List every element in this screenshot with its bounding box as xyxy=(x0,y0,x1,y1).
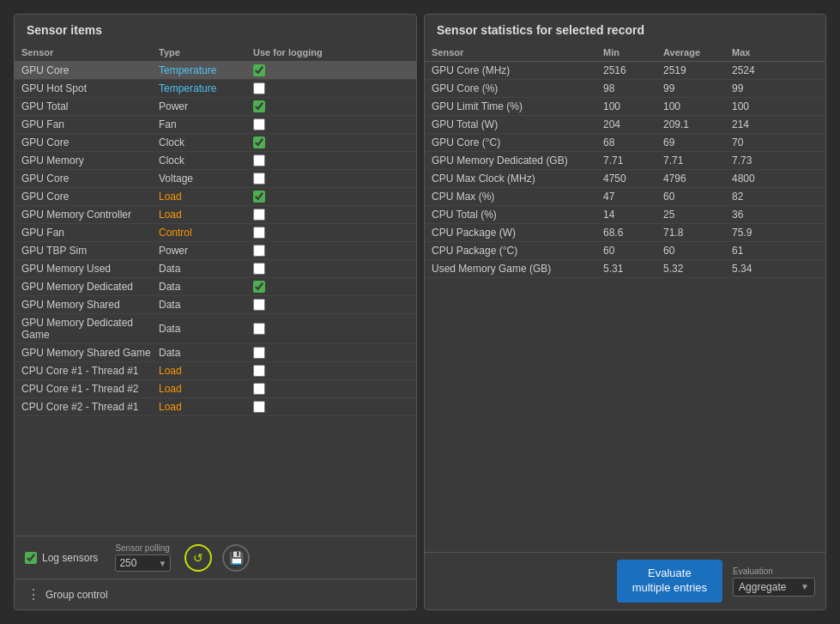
col-header-log: Use for logging xyxy=(253,47,409,58)
evaluate-button[interactable]: Evaluate multiple entries xyxy=(617,560,722,603)
polling-input[interactable] xyxy=(119,557,158,569)
stat-max: 4800 xyxy=(732,173,819,185)
sensor-list-item[interactable]: GPU Core Temperature xyxy=(15,62,416,80)
sensor-list-item[interactable]: GPU Core Clock xyxy=(15,134,416,152)
sensor-list-item[interactable]: GPU Memory Shared Data xyxy=(15,296,416,314)
stats-list-item[interactable]: CPU Max Clock (MHz) 4750 4796 4800 xyxy=(425,170,825,188)
stats-list-item[interactable]: CPU Package (W) 68.6 71.8 75.9 xyxy=(425,224,825,242)
evaluation-select[interactable]: AggregateMinMaxAverage xyxy=(739,581,801,593)
stat-avg: 99 xyxy=(663,82,732,94)
log-checkbox[interactable] xyxy=(253,263,265,275)
log-checkbox[interactable] xyxy=(253,281,265,293)
sensor-list-item[interactable]: CPU Core #2 - Thread #1 Load xyxy=(15,398,416,416)
sensor-name: CPU Core #2 - Thread #1 xyxy=(21,401,159,413)
log-checkbox[interactable] xyxy=(253,401,265,413)
log-checkbox[interactable] xyxy=(253,154,265,167)
log-checkbox[interactable] xyxy=(253,191,265,203)
log-checkbox[interactable] xyxy=(253,245,265,257)
stat-min: 60 xyxy=(603,245,663,257)
sensor-list-item[interactable]: GPU Hot Spot Temperature xyxy=(15,80,416,98)
col-header-sensor: Sensor xyxy=(21,47,159,58)
stat-sensor-name: GPU Memory Dedicated (GB) xyxy=(432,154,603,167)
sensor-log-check xyxy=(253,401,409,413)
stats-list-scroll[interactable]: GPU Core (MHz) 2516 2519 2524 GPU Core (… xyxy=(425,62,825,552)
stat-min: 98 xyxy=(603,82,663,94)
stat-sensor-name: CPU Package (°C) xyxy=(432,245,603,257)
log-checkbox[interactable] xyxy=(253,227,265,239)
log-sensors-label[interactable]: Log sensors xyxy=(25,552,98,564)
sensor-list-item[interactable]: GPU Memory Controller Load xyxy=(15,206,416,224)
sensor-list-scroll[interactable]: GPU Core Temperature GPU Hot Spot Temper… xyxy=(15,62,416,536)
stat-min: 14 xyxy=(603,209,663,221)
sensor-list-item[interactable]: GPU Memory Shared Game Data xyxy=(15,344,416,362)
stat-max: 214 xyxy=(732,118,819,130)
stats-list-item[interactable]: GPU Total (W) 204 209.1 214 xyxy=(425,116,825,134)
sensor-list-item[interactable]: GPU Memory Dedicated Game Data xyxy=(15,314,416,344)
stats-list-item[interactable]: GPU Core (°C) 68 69 70 xyxy=(425,134,825,152)
stats-list-item[interactable]: GPU Limit Time (%) 100 100 100 xyxy=(425,98,825,116)
stat-avg: 5.32 xyxy=(663,263,732,275)
sensor-type: Load xyxy=(159,401,253,413)
log-checkbox[interactable] xyxy=(253,323,265,335)
stat-min: 2516 xyxy=(603,64,663,76)
sensor-list-item[interactable]: GPU Fan Control xyxy=(15,224,416,242)
log-checkbox[interactable] xyxy=(253,100,265,112)
sensor-list-item[interactable]: CPU Core #1 - Thread #1 Load xyxy=(15,362,416,380)
sensor-log-check xyxy=(253,347,409,359)
log-checkbox[interactable] xyxy=(253,365,265,377)
stat-max: 70 xyxy=(732,136,819,148)
polling-input-wrap: ▼ xyxy=(115,554,171,572)
log-checkbox[interactable] xyxy=(253,209,265,221)
log-checkbox[interactable] xyxy=(253,347,265,359)
sensor-log-check xyxy=(253,136,409,148)
sensor-type: Data xyxy=(159,263,253,275)
stat-max: 99 xyxy=(732,82,819,94)
sensor-type: Fan xyxy=(159,118,253,130)
log-checkbox[interactable] xyxy=(253,173,265,185)
stats-list-item[interactable]: GPU Core (%) 98 99 99 xyxy=(425,80,825,98)
stat-min: 204 xyxy=(603,118,663,130)
sensor-list-item[interactable]: GPU Total Power xyxy=(15,98,416,116)
sensor-name: CPU Core #1 - Thread #2 xyxy=(21,383,159,395)
stats-list-item[interactable]: GPU Core (MHz) 2516 2519 2524 xyxy=(425,62,825,80)
sensor-name: GPU Core xyxy=(21,64,159,76)
sensor-list-item[interactable]: GPU Core Voltage xyxy=(15,170,416,188)
sensor-log-check xyxy=(253,191,409,203)
stats-list-item[interactable]: GPU Memory Dedicated (GB) 7.71 7.71 7.73 xyxy=(425,152,825,170)
polling-dropdown-arrow[interactable]: ▼ xyxy=(158,559,166,568)
stat-min: 4750 xyxy=(603,173,663,185)
log-checkbox[interactable] xyxy=(253,136,265,148)
stats-list-item[interactable]: CPU Package (°C) 60 60 61 xyxy=(425,242,825,260)
stat-avg: 71.8 xyxy=(663,227,732,239)
sensor-name: GPU Total xyxy=(21,100,159,112)
stats-list-item[interactable]: Used Memory Game (GB) 5.31 5.32 5.34 xyxy=(425,260,825,278)
right-panel-title: Sensor statistics for selected record xyxy=(425,15,825,44)
sensor-list-item[interactable]: GPU Core Load xyxy=(15,188,416,206)
stat-min: 7.71 xyxy=(603,154,663,167)
sensor-list-item[interactable]: GPU Fan Fan xyxy=(15,116,416,134)
sensor-list-item[interactable]: GPU Memory Dedicated Data xyxy=(15,278,416,296)
right-col-header-sensor: Sensor xyxy=(432,47,603,58)
stats-list-item[interactable]: CPU Max (%) 47 60 82 xyxy=(425,188,825,206)
right-bottom-bar: Evaluate multiple entries Evaluation Agg… xyxy=(425,552,825,609)
sensor-type: Load xyxy=(159,383,253,395)
refresh-button[interactable]: ↺ xyxy=(184,544,212,572)
sensor-list-item[interactable]: GPU Memory Used Data xyxy=(15,260,416,278)
stat-avg: 69 xyxy=(663,136,732,148)
sensor-list-item[interactable]: CPU Core #1 - Thread #2 Load xyxy=(15,380,416,398)
log-checkbox[interactable] xyxy=(253,299,265,311)
stat-avg: 25 xyxy=(663,209,732,221)
stats-list-item[interactable]: CPU Total (%) 14 25 36 xyxy=(425,206,825,224)
log-checkbox[interactable] xyxy=(253,82,265,94)
sensor-name: GPU Memory Dedicated Game xyxy=(21,317,159,341)
stat-sensor-name: CPU Max Clock (MHz) xyxy=(432,173,603,185)
log-checkbox[interactable] xyxy=(253,118,265,130)
log-checkbox[interactable] xyxy=(253,383,265,395)
polling-container: Sensor polling ▼ xyxy=(115,543,171,572)
sensor-list-item[interactable]: GPU TBP Sim Power xyxy=(15,242,416,260)
sensor-log-check xyxy=(253,227,409,239)
log-checkbox[interactable] xyxy=(253,64,265,76)
sensor-list-item[interactable]: GPU Memory Clock xyxy=(15,152,416,170)
log-sensors-checkbox[interactable] xyxy=(25,552,37,564)
save-button[interactable]: 💾 xyxy=(222,544,250,572)
